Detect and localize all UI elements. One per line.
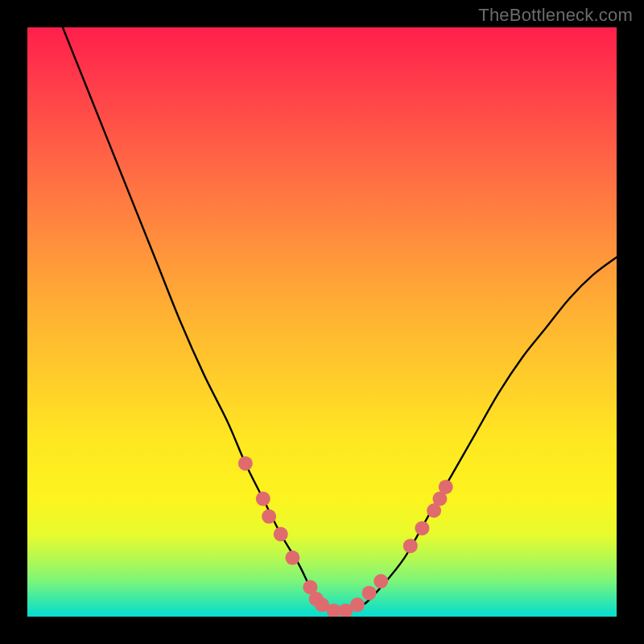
marker-point [256, 492, 270, 506]
marker-point [285, 551, 299, 565]
marker-point [439, 480, 453, 494]
chart-plot-area [27, 27, 617, 617]
marker-point [403, 539, 418, 553]
highlight-markers [238, 456, 453, 617]
chart-svg [27, 27, 617, 617]
chart-frame: TheBottleneck.com [0, 0, 644, 644]
marker-point [274, 527, 288, 542]
marker-point [238, 456, 253, 471]
marker-point [374, 574, 388, 588]
bottleneck-curve-path [63, 27, 617, 612]
marker-point [350, 597, 365, 612]
watermark-text: TheBottleneck.com [478, 5, 633, 26]
marker-point [262, 510, 276, 524]
marker-point [415, 521, 429, 535]
marker-point [362, 586, 377, 601]
